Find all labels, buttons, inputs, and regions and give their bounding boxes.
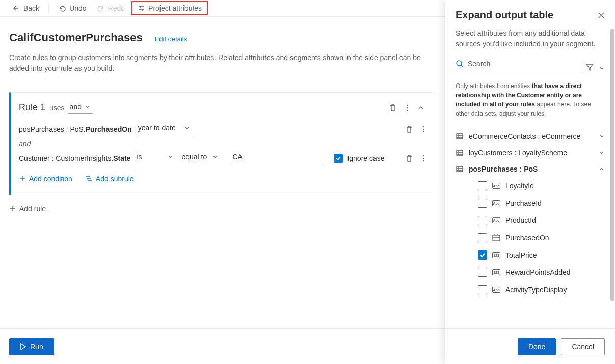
- attr-activitytype-label: ActivityTypeDisplay: [505, 286, 567, 294]
- svg-point-0: [407, 104, 408, 105]
- panel-cancel-label: Cancel: [572, 343, 594, 351]
- attr-loyaltyid-label: LoyaltyId: [505, 182, 534, 190]
- chevron-down-icon: [167, 154, 173, 160]
- entity-ecommerce[interactable]: eCommerceContacts : eCommerce: [456, 128, 605, 145]
- cond1-attribute: posPurchases : PoS.PurchasedOn: [19, 125, 132, 133]
- chevron-down-icon: [85, 104, 91, 110]
- check-icon: [335, 155, 341, 161]
- delete-condition-icon[interactable]: [405, 125, 413, 133]
- svg-point-9: [457, 61, 462, 66]
- add-condition-label: Add condition: [29, 175, 72, 183]
- cond2-op2-dropdown[interactable]: equal to: [179, 152, 220, 164]
- add-condition-button[interactable]: Add condition: [19, 172, 72, 186]
- segment-description: Create rules to group customers into seg…: [9, 52, 432, 74]
- attr-rewardpoints-label: RewardPointsAdded: [505, 268, 571, 276]
- attr-rewardpoints[interactable]: 123 RewardPointsAdded: [456, 264, 605, 281]
- panel-search-input[interactable]: [468, 60, 580, 68]
- attr-productid-checkbox[interactable]: [478, 216, 487, 225]
- entity-loyalty-label: loyCustomers : LoyaltyScheme: [469, 149, 567, 157]
- add-subrule-button[interactable]: Add subrule: [85, 172, 134, 186]
- svg-point-7: [423, 157, 424, 158]
- cond1-operator-dropdown[interactable]: year to date: [136, 123, 192, 135]
- attr-rewardpoints-checkbox[interactable]: [478, 268, 487, 277]
- svg-point-2: [407, 109, 408, 110]
- cond2-value-input[interactable]: [230, 152, 324, 164]
- rule-more-icon[interactable]: [406, 104, 408, 112]
- panel-done-button[interactable]: Done: [518, 338, 556, 355]
- text-type-icon: Abc: [492, 200, 500, 206]
- add-subrule-label: Add subrule: [96, 175, 134, 183]
- project-attributes-icon: [137, 4, 145, 12]
- cond2-op1-dropdown[interactable]: is: [135, 152, 175, 164]
- attr-activitytype-checkbox[interactable]: [478, 285, 487, 294]
- attr-purchaseid-checkbox[interactable]: [478, 199, 487, 208]
- plus-icon: [9, 205, 16, 212]
- svg-rect-10: [493, 235, 500, 241]
- filter-button[interactable]: [585, 63, 594, 71]
- entity-loyalty[interactable]: loyCustomers : LoyaltyScheme: [456, 145, 605, 161]
- attr-loyaltyid-checkbox[interactable]: [478, 181, 487, 190]
- attr-totalprice-checkbox[interactable]: [478, 250, 487, 260]
- chevron-down-icon: [599, 150, 605, 156]
- ignore-case-checkbox[interactable]: [334, 154, 343, 163]
- filter-chevron[interactable]: [599, 65, 605, 71]
- rule-card: Rule 1 uses and posPurchases : PoS.Purch…: [9, 92, 433, 195]
- play-icon: [20, 343, 26, 350]
- attr-loyaltyid[interactable]: Abc LoyaltyId: [456, 177, 605, 194]
- undo-button[interactable]: Undo: [54, 2, 90, 14]
- chevron-up-icon[interactable]: [417, 104, 424, 111]
- delete-rule-icon[interactable]: [389, 104, 397, 112]
- condition-row-2: Customer : CustomerInsights.State is equ…: [19, 152, 424, 164]
- back-button[interactable]: Back: [8, 2, 43, 14]
- entity-pos[interactable]: posPurchases : PoS: [456, 161, 605, 177]
- panel-outer-scrollbar[interactable]: [610, 0, 615, 328]
- date-type-icon: [492, 234, 500, 241]
- svg-point-6: [423, 155, 424, 156]
- condition-more-icon[interactable]: [422, 154, 424, 162]
- cond2-op1-value: is: [137, 153, 142, 161]
- project-attributes-label: Project attributes: [148, 4, 202, 12]
- run-button[interactable]: Run: [9, 338, 54, 355]
- toolbar-separator: [48, 3, 49, 13]
- back-label: Back: [23, 4, 39, 12]
- attr-purchasedon[interactable]: PurchasedOn: [456, 229, 605, 246]
- panel-scroll-thumb[interactable]: [610, 29, 614, 301]
- project-attributes-button[interactable]: Project attributes: [131, 1, 208, 15]
- attr-activitytype[interactable]: Abc ActivityTypeDisplay: [456, 281, 605, 298]
- number-type-icon: 123: [492, 269, 500, 275]
- condition-more-icon[interactable]: [422, 125, 424, 133]
- rule-combinator-dropdown[interactable]: and: [68, 102, 93, 114]
- svg-point-3: [423, 126, 424, 127]
- undo-label: Undo: [69, 4, 86, 12]
- attr-totalprice-label: TotalPrice: [505, 251, 537, 259]
- segment-title: CalifCustomerPurchases: [9, 31, 143, 44]
- cond1-operator-value: year to date: [138, 124, 176, 132]
- attr-purchasedon-checkbox[interactable]: [478, 233, 487, 242]
- redo-button[interactable]: Redo: [93, 2, 129, 14]
- panel-cancel-button[interactable]: Cancel: [561, 338, 605, 355]
- ignore-case-label: Ignore case: [347, 154, 384, 162]
- attr-purchaseid[interactable]: Abc PurchaseId: [456, 194, 605, 212]
- panel-search-input-wrap[interactable]: [456, 60, 580, 71]
- plus-icon: [19, 175, 26, 182]
- and-connector: and: [19, 139, 424, 148]
- attr-purchaseid-label: PurchaseId: [505, 199, 542, 207]
- filter-icon: [585, 63, 594, 71]
- entity-ecommerce-label: eCommerceContacts : eCommerce: [469, 132, 580, 141]
- redo-icon: [97, 4, 105, 12]
- rule-combinator-value: and: [70, 103, 82, 111]
- attr-totalprice[interactable]: 123 TotalPrice: [456, 246, 605, 264]
- delete-condition-icon[interactable]: [405, 154, 413, 162]
- cond2-op2-value: equal to: [181, 153, 207, 161]
- table-icon: [456, 149, 464, 157]
- search-icon: [456, 60, 464, 68]
- panel-title-text: Expand output table: [456, 9, 553, 21]
- undo-icon: [58, 4, 66, 12]
- edit-details-link[interactable]: Edit details: [155, 35, 188, 43]
- table-icon: [456, 165, 464, 173]
- close-icon: [598, 12, 605, 19]
- table-icon: [456, 132, 464, 141]
- attr-productid[interactable]: Abc ProductId: [456, 212, 605, 229]
- panel-close-button[interactable]: [598, 12, 605, 19]
- attr-purchasedon-label: PurchasedOn: [505, 234, 549, 242]
